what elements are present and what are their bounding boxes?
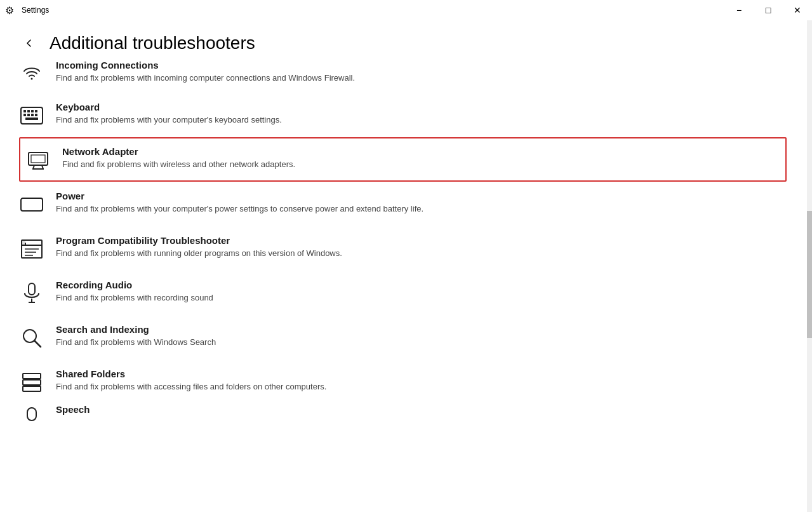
- keyboard-text: Keyboard Find and fix problems with your…: [56, 102, 780, 126]
- program-compatibility-desc: Find and fix problems with running older…: [56, 248, 780, 259]
- incoming-connections-text: Incoming Connections Find and fix proble…: [56, 60, 780, 84]
- svg-rect-25: [29, 283, 35, 295]
- speech-text: Speech: [56, 404, 780, 417]
- list-item[interactable]: Search and Indexing Find and fix problem…: [19, 315, 787, 360]
- svg-rect-8: [31, 114, 34, 116]
- troubleshooter-list: Incoming Connections Find and fix proble…: [19, 60, 787, 429]
- list-item[interactable]: Power Find and fix problems with your co…: [19, 182, 787, 226]
- search-indexing-text: Search and Indexing Find and fix problem…: [56, 324, 780, 348]
- list-item[interactable]: Incoming Connections Find and fix proble…: [19, 60, 787, 93]
- program-compatibility-text: Program Compatibility Troubleshooter Fin…: [56, 235, 780, 259]
- maximize-button[interactable]: □: [754, 0, 783, 20]
- svg-rect-3: [27, 110, 30, 112]
- scrollbar[interactable]: [807, 20, 812, 512]
- network-adapter-text: Network Adapter Find and fix problems wi…: [62, 146, 779, 170]
- titlebar-left: ⚙ Settings: [5, 4, 49, 17]
- shared-folders-text: Shared Folders Find and fix problems wit…: [56, 368, 780, 393]
- shared-folders-icon: [19, 370, 44, 395]
- speech-icon: [19, 405, 44, 429]
- main-panel: Additional troubleshooters Incoming Conn…: [0, 20, 812, 512]
- list-item[interactable]: Recording Audio Find and fix problems wi…: [19, 271, 787, 315]
- recording-audio-text: Recording Audio Find and fix problems wi…: [56, 280, 780, 304]
- network-adapter-title: Network Adapter: [62, 146, 779, 157]
- keyboard-icon: [19, 103, 44, 128]
- recording-audio-title: Recording Audio: [56, 280, 780, 290]
- power-title: Power: [56, 191, 780, 201]
- keyboard-title: Keyboard: [56, 102, 780, 112]
- list-item[interactable]: Keyboard Find and fix problems with your…: [19, 93, 787, 137]
- svg-rect-9: [35, 114, 37, 116]
- list-item[interactable]: Network Adapter Find and fix problems wi…: [19, 137, 787, 182]
- svg-rect-5: [35, 110, 37, 112]
- incoming-connections-desc: Find and fix problems with incoming comp…: [56, 72, 780, 84]
- list-item[interactable]: Speech: [19, 404, 787, 429]
- scrollbar-thumb[interactable]: [807, 211, 812, 338]
- program-compatibility-icon: [19, 236, 44, 262]
- back-button[interactable]: [19, 33, 39, 53]
- titlebar-controls: − □ ✕: [724, 0, 812, 20]
- shared-folders-title: Shared Folders: [56, 368, 780, 379]
- svg-rect-2: [23, 110, 26, 112]
- svg-rect-20: [22, 240, 25, 245]
- close-button[interactable]: ✕: [783, 0, 812, 20]
- search-indexing-icon: [19, 325, 44, 351]
- search-indexing-title: Search and Indexing: [56, 324, 780, 335]
- network-adapter-desc: Find and fix problems with wireless and …: [62, 159, 779, 170]
- svg-rect-12: [31, 155, 45, 163]
- svg-rect-7: [27, 114, 30, 116]
- content-area: Additional troubleshooters Incoming Conn…: [0, 20, 812, 512]
- svg-rect-16: [21, 198, 43, 211]
- svg-rect-10: [25, 118, 38, 120]
- titlebar-title: Settings: [22, 6, 49, 15]
- power-text: Power Find and fix problems with your co…: [56, 191, 780, 215]
- keyboard-desc: Find and fix problems with your computer…: [56, 114, 780, 126]
- svg-point-0: [31, 78, 33, 80]
- settings-icon: ⚙: [5, 4, 14, 17]
- power-icon: [19, 192, 44, 217]
- svg-rect-30: [23, 374, 41, 379]
- recording-audio-desc: Find and fix problems with recording sou…: [56, 292, 780, 304]
- speech-title: Speech: [56, 404, 780, 415]
- titlebar: ⚙ Settings − □ ✕: [0, 0, 812, 20]
- svg-rect-6: [23, 114, 26, 116]
- incoming-connections-icon: [19, 61, 44, 86]
- minimize-button[interactable]: −: [724, 0, 754, 20]
- recording-audio-icon: [19, 281, 44, 306]
- page-header: Additional troubleshooters: [19, 20, 787, 60]
- page-title: Additional troubleshooters: [50, 33, 255, 53]
- network-adapter-icon: [25, 147, 51, 173]
- list-item[interactable]: Shared Folders Find and fix problems wit…: [19, 360, 787, 404]
- svg-line-29: [34, 340, 41, 347]
- program-compatibility-title: Program Compatibility Troubleshooter: [56, 235, 780, 246]
- back-icon: [25, 39, 34, 48]
- svg-rect-4: [31, 110, 34, 112]
- incoming-connections-title: Incoming Connections: [56, 60, 780, 71]
- svg-rect-34: [27, 408, 36, 421]
- power-desc: Find and fix problems with your computer…: [56, 203, 780, 215]
- search-indexing-desc: Find and fix problems with Windows Searc…: [56, 337, 780, 348]
- svg-rect-32: [23, 386, 41, 391]
- svg-rect-31: [23, 380, 41, 385]
- shared-folders-desc: Find and fix problems with accessing fil…: [56, 381, 780, 393]
- list-item[interactable]: Program Compatibility Troubleshooter Fin…: [19, 226, 787, 271]
